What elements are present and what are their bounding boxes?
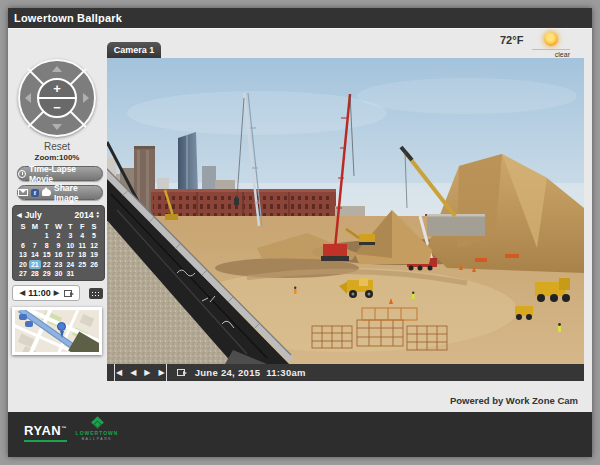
calendar-day[interactable]: 31 bbox=[64, 269, 76, 279]
zoom-level-label: Zoom:100% bbox=[8, 153, 106, 162]
calendar-day[interactable]: 28 bbox=[29, 269, 41, 279]
calendar-day[interactable]: 22 bbox=[41, 260, 53, 270]
day-header: T bbox=[41, 222, 53, 231]
calendar-day[interactable]: 8 bbox=[41, 241, 53, 251]
calendar-day[interactable]: 15 bbox=[41, 250, 53, 260]
calendar-day[interactable]: 14 bbox=[29, 250, 41, 260]
calendar-day[interactable]: 24 bbox=[64, 260, 76, 270]
year-spinner: ▲ ▼ bbox=[96, 211, 100, 218]
pan-left-icon[interactable] bbox=[25, 93, 31, 103]
last-frame-icon[interactable]: ▶ bbox=[158, 364, 166, 381]
time-prev-icon[interactable]: ◀ bbox=[20, 289, 25, 297]
calendar-day[interactable]: 27 bbox=[17, 269, 29, 279]
zoom-out-button[interactable]: − bbox=[39, 99, 75, 116]
temperature-label: 72°F bbox=[500, 34, 523, 46]
twitter-icon[interactable] bbox=[42, 189, 51, 196]
calendar-day-headers: S M T W T F S bbox=[17, 222, 100, 231]
map-pin-icon bbox=[57, 322, 66, 331]
calendar-day[interactable]: 7 bbox=[29, 241, 41, 251]
playback-bar: ◀ ◀ ▶ ▶ June 24, 2015 11:30am bbox=[107, 364, 584, 381]
calendar-day[interactable]: 19 bbox=[88, 250, 100, 260]
day-header: F bbox=[76, 222, 88, 231]
calendar-day[interactable]: 26 bbox=[88, 260, 100, 270]
pan-right-icon[interactable] bbox=[83, 93, 89, 103]
calendar-day[interactable]: 17 bbox=[64, 250, 76, 260]
prev-month-icon[interactable]: ◀ bbox=[17, 211, 22, 218]
day-header: S bbox=[17, 222, 29, 231]
calendar-day[interactable]: 3 bbox=[64, 231, 76, 241]
time-value: 11:00 bbox=[28, 288, 51, 298]
calendar-day[interactable]: 30 bbox=[53, 269, 65, 279]
time-lapse-movie-button[interactable]: Time-Lapse Movie bbox=[17, 166, 103, 181]
pan-zoom-control[interactable]: + − bbox=[18, 59, 96, 137]
day-header: W bbox=[53, 222, 65, 231]
calendar-day[interactable]: 5 bbox=[88, 231, 100, 241]
calendar-day[interactable]: 10 bbox=[64, 241, 76, 251]
share-image-button[interactable]: f Share Image bbox=[17, 185, 103, 200]
window-title: Lowertown Ballpark bbox=[8, 8, 592, 28]
calendar-day[interactable]: 29 bbox=[41, 269, 53, 279]
reset-button[interactable]: Reset bbox=[8, 141, 106, 152]
calendar-day[interactable]: 6 bbox=[17, 241, 29, 251]
powered-by-label: Powered by Work Zone Cam bbox=[450, 395, 578, 406]
calendar-day[interactable]: 23 bbox=[53, 260, 65, 270]
archive-grid-icon[interactable] bbox=[89, 288, 103, 299]
ryan-logo-text: RYAN bbox=[24, 423, 61, 438]
calendar-header: ◀ July 2014 ▲ ▼ bbox=[17, 209, 100, 220]
calendar-day bbox=[88, 269, 100, 279]
calendar-year: 2014 bbox=[75, 210, 94, 220]
calendar-day[interactable]: 25 bbox=[76, 260, 88, 270]
facebook-icon[interactable]: f bbox=[31, 189, 39, 197]
sun-icon bbox=[544, 32, 558, 46]
pan-up-icon[interactable] bbox=[52, 66, 62, 72]
time-next-icon[interactable]: ▶ bbox=[54, 289, 59, 297]
time-selector: ◀ 11:00 ▶ bbox=[12, 285, 80, 301]
tab-camera-1[interactable]: Camera 1 bbox=[107, 42, 161, 58]
calendar-day[interactable]: 20 bbox=[17, 260, 29, 270]
prev-frame-icon[interactable]: ◀ bbox=[130, 364, 136, 381]
footer-bar: RYAN™ LOWERTOWN BALLPARK bbox=[8, 412, 592, 457]
share-image-label: Share Image bbox=[54, 183, 102, 203]
lowertown-logo-text: LOWERTOWN bbox=[70, 430, 124, 436]
lowertown-ballpark-logo[interactable]: LOWERTOWN BALLPARK bbox=[70, 418, 124, 441]
year-down-icon[interactable]: ▼ bbox=[96, 215, 100, 219]
calendar-day[interactable]: 13 bbox=[17, 250, 29, 260]
construction-site-photo bbox=[107, 58, 584, 364]
map-thumbnail[interactable] bbox=[12, 307, 102, 355]
zoom-in-button[interactable]: + bbox=[39, 80, 75, 97]
camera-image[interactable] bbox=[107, 58, 584, 364]
day-header: M bbox=[29, 222, 41, 231]
calendar-day[interactable]: 1 bbox=[41, 231, 53, 241]
pan-down-icon[interactable] bbox=[52, 124, 62, 130]
frame-datetime: June 24, 2015 11:30am bbox=[195, 367, 306, 378]
calendar-day[interactable]: 2 bbox=[53, 231, 65, 241]
content-area: + − Reset Zoom:100% Time-Lapse Movie f S… bbox=[8, 28, 592, 412]
zoom-center: + − bbox=[37, 78, 77, 118]
route-shield-icon bbox=[19, 314, 27, 320]
app-window: Lowertown Ballpark + − Reset Zoom:100% T… bbox=[8, 8, 592, 457]
email-icon[interactable] bbox=[18, 189, 28, 196]
calendar-day bbox=[17, 231, 29, 241]
next-frame-icon[interactable]: ▶ bbox=[144, 364, 150, 381]
time-lapse-label: Time-Lapse Movie bbox=[29, 164, 102, 184]
calendar-day[interactable]: 11 bbox=[76, 241, 88, 251]
trademark-symbol: ™ bbox=[61, 425, 67, 431]
first-frame-icon[interactable]: ◀ bbox=[114, 364, 122, 381]
jump-to-live-icon[interactable] bbox=[177, 369, 185, 376]
ballpark-logo-text: BALLPARK bbox=[70, 437, 124, 441]
calendar-day[interactable]: 16 bbox=[53, 250, 65, 260]
calendar-day bbox=[29, 231, 41, 241]
calendar-day[interactable]: 4 bbox=[76, 231, 88, 241]
calendar-day[interactable]: 12 bbox=[88, 241, 100, 251]
route-shield-icon bbox=[25, 321, 33, 327]
calendar-day[interactable]: 18 bbox=[76, 250, 88, 260]
live-image-icon[interactable] bbox=[64, 290, 72, 297]
day-header: T bbox=[64, 222, 76, 231]
map-block bbox=[80, 314, 95, 327]
ryan-logo[interactable]: RYAN™ bbox=[24, 423, 67, 442]
calendar-month: July bbox=[25, 210, 42, 220]
calendar-day-selected[interactable]: 21 bbox=[29, 260, 41, 270]
calendar: ◀ July 2014 ▲ ▼ S M T W T F S bbox=[12, 205, 105, 281]
calendar-day[interactable]: 9 bbox=[53, 241, 65, 251]
calendar-grid: 1 2 3 4 5 6 7 8 9 10 11 12 13 14 15 16 1… bbox=[17, 231, 100, 279]
